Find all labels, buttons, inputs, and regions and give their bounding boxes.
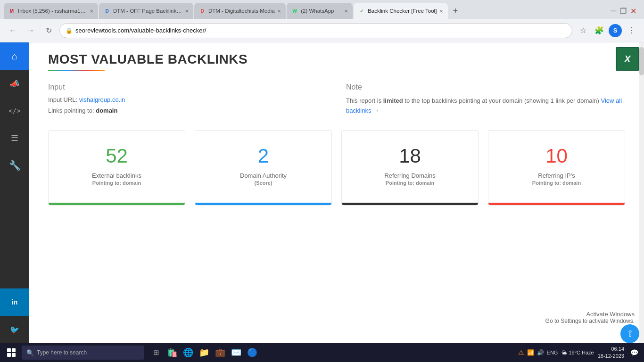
note-text-part1: This report is: [346, 97, 383, 104]
stat-card-referring-domains: 18 Referring Domains Pointing to: domain: [341, 130, 479, 206]
chevron-up-icon: ⇧: [627, 329, 634, 339]
tab-close-dtm2[interactable]: ×: [278, 8, 281, 14]
start-button[interactable]: [4, 345, 19, 360]
sidebar-item-home[interactable]: ⌂: [0, 42, 29, 70]
weather-widget: 🌥 19°C Haze: [561, 350, 594, 355]
taskbar: 🔍 Type here to search ⊞ 🛍️ 🌐 📁 💼 ✉️ 🔵 ⚠ …: [0, 343, 644, 362]
forward-button[interactable]: →: [24, 24, 38, 38]
stat-card-domain-authority: 2 Domain Authority (Score): [195, 130, 332, 206]
tab-close-dtm1[interactable]: ×: [185, 8, 189, 14]
stat-title-referring-ips: Referring IP's: [498, 172, 615, 179]
browser-chrome: M Inbox (5,256) - rssharma153... × D DTM…: [0, 0, 644, 42]
title-underline: [48, 70, 105, 71]
sidebar-item-megaphone[interactable]: 📣: [0, 70, 29, 97]
tab-favicon-whatsapp: W: [291, 8, 298, 14]
input-section-label: Input: [48, 83, 327, 91]
restore-button[interactable]: ❐: [620, 7, 627, 16]
stat-number-referring-domains: 18: [351, 145, 469, 167]
page-title-section: MOST VALUABLE BACKLINKS: [48, 47, 625, 74]
taskbar-files-app[interactable]: 📁: [197, 346, 211, 360]
window-controls: ─ ❐ ✕: [611, 7, 640, 16]
taskbar-task-view[interactable]: ⊞: [149, 346, 163, 360]
profile-button[interactable]: S: [608, 24, 622, 38]
note-section: Note This report is limited to the top b…: [346, 83, 625, 116]
nav-actions: ☆ 🧩 S ⋮: [576, 24, 638, 38]
sidebar-item-linkedin[interactable]: in: [0, 288, 29, 316]
main-content: X MOST VALUABLE BACKLINKS Input Input UR…: [29, 42, 644, 343]
tab-gmail[interactable]: M Inbox (5,256) - rssharma153... ×: [4, 3, 98, 19]
tab-dtm2[interactable]: D DTM - Digitaltechists Media ×: [194, 3, 286, 19]
taskbar-search-placeholder: Type here to search: [37, 349, 87, 356]
menu-button[interactable]: ⋮: [624, 24, 638, 38]
stat-bar-external-backlinks: [49, 203, 185, 205]
wrench-icon: 🔧: [9, 160, 21, 171]
system-tray: ⚠ 📶 🔊 ENG 🌥 19°C Haze 06:14 18-12-2023 💬: [518, 346, 640, 360]
minimize-button[interactable]: ─: [611, 7, 616, 15]
stat-card-referring-ips: 10 Referring IP's Pointing to: domain: [488, 130, 625, 206]
scrollbar[interactable]: [639, 42, 644, 343]
back-button[interactable]: ←: [6, 24, 20, 38]
sidebar-item-twitter[interactable]: 🐦: [0, 316, 29, 343]
excel-export-button[interactable]: X: [616, 47, 639, 71]
tab-close-gmail[interactable]: ×: [90, 8, 93, 14]
tab-backlink[interactable]: ✓ Backlink Checker [Free Tool] ×: [354, 3, 448, 19]
tab-favicon-dtm2: D: [199, 8, 206, 14]
clock-time: 06:14: [598, 346, 624, 353]
taskbar-chrome-app[interactable]: 🔵: [245, 346, 259, 360]
stat-number-referring-ips: 10: [498, 145, 615, 167]
excel-icon-label: X: [624, 54, 630, 65]
tab-label-dtm1: DTM - OFF Page Backlinks -...: [113, 8, 182, 14]
page-title: MOST VALUABLE BACKLINKS: [48, 52, 625, 67]
stat-subtitle-external-backlinks: Pointing to: domain: [58, 180, 175, 186]
stat-subtitle-referring-ips: Pointing to: domain: [498, 180, 615, 186]
tab-favicon-backlink: ✓: [358, 8, 365, 14]
tab-bar: M Inbox (5,256) - rssharma153... × D DTM…: [0, 0, 644, 19]
note-text-part2: to the top backlinks pointing at your do…: [403, 97, 601, 104]
tab-close-backlink[interactable]: ×: [439, 8, 443, 14]
tray-icons: ⚠ 📶 🔊 ENG: [518, 349, 558, 356]
scroll-to-top-button[interactable]: ⇧: [620, 324, 639, 343]
home-icon: ⌂: [12, 51, 17, 62]
code-icon: </>: [8, 107, 20, 115]
taskbar-store-app[interactable]: 🛍️: [165, 346, 179, 360]
taskbar-mail-app[interactable]: ✉️: [229, 346, 243, 360]
close-button[interactable]: ✕: [630, 7, 636, 16]
clock: 06:14 18-12-2023: [598, 346, 624, 360]
address-text: seoreviewtools.com/valuable-backlinks-ch…: [75, 27, 566, 34]
extensions-button[interactable]: 🧩: [592, 24, 606, 38]
tab-whatsapp[interactable]: W (2) WhatsApp ×: [287, 3, 353, 19]
taskbar-edge-app[interactable]: 🌐: [181, 346, 195, 360]
links-label: Links pointing to:: [48, 107, 94, 114]
sidebar-item-tools[interactable]: 🔧: [0, 152, 29, 179]
stat-bar-domain-authority: [195, 203, 331, 205]
windows-icon: [7, 348, 16, 357]
taskbar-app5[interactable]: 💼: [213, 346, 227, 360]
address-bar[interactable]: 🔒 seoreviewtools.com/valuable-backlinks-…: [59, 23, 572, 38]
stat-card-external-backlinks: 52 External backlinks Pointing to: domai…: [48, 130, 185, 206]
stat-bar-referring-domains: [342, 203, 478, 205]
stat-subtitle-referring-domains: Pointing to: domain: [351, 180, 469, 186]
weather-icon: 🌥: [561, 350, 567, 355]
tab-close-whatsapp[interactable]: ×: [345, 8, 348, 14]
page-content: ⌂ 📣 </> ☰ 🔧 in 🐦 X MOST VALUABLE BACKLIN…: [0, 42, 644, 343]
note-section-label: Note: [346, 83, 625, 91]
reload-button[interactable]: ↻: [41, 24, 56, 38]
tab-favicon-dtm1: D: [104, 8, 110, 14]
stats-section: 52 External backlinks Pointing to: domai…: [48, 130, 625, 206]
stat-number-external-backlinks: 52: [58, 145, 175, 167]
notification-button[interactable]: 💬: [628, 346, 640, 359]
bookmark-button[interactable]: ☆: [576, 24, 590, 38]
nav-bar: ← → ↻ 🔒 seoreviewtools.com/valuable-back…: [0, 19, 644, 42]
note-text: This report is limited to the top backli…: [346, 96, 625, 116]
links-pointing-row: Links pointing to: domain: [48, 107, 327, 114]
sidebar: ⌂ 📣 </> ☰ 🔧 in 🐦: [0, 42, 29, 343]
activate-windows-subtitle: Go to Settings to activate Windows.: [545, 318, 635, 324]
taskbar-search[interactable]: 🔍 Type here to search: [22, 346, 144, 360]
linkedin-icon: in: [12, 298, 17, 306]
sidebar-item-list[interactable]: ☰: [0, 124, 29, 152]
new-tab-button[interactable]: +: [449, 4, 462, 17]
scroll-thumb[interactable]: [639, 47, 644, 75]
activate-windows-notice: Activate Windows Go to Settings to activ…: [545, 311, 635, 324]
sidebar-item-code[interactable]: </>: [0, 97, 29, 124]
tab-dtm1[interactable]: D DTM - OFF Page Backlinks -... ×: [99, 3, 193, 19]
